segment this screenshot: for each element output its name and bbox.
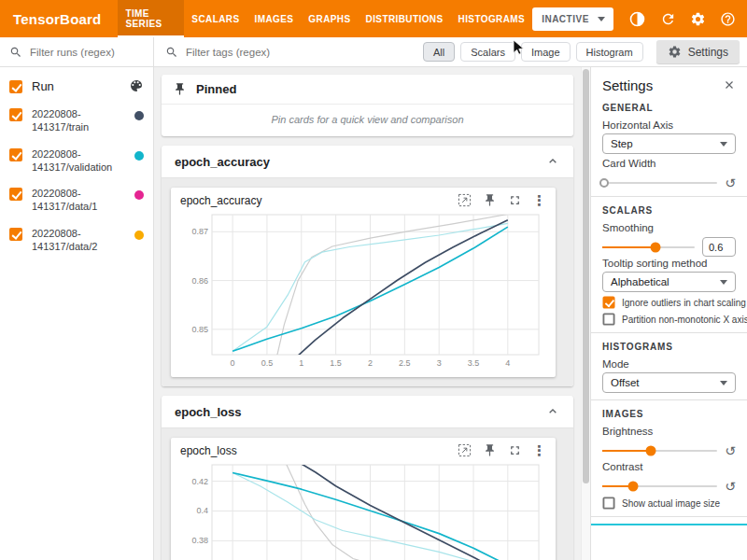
- pinned-empty-hint: Pin cards for a quick view and compariso…: [162, 105, 573, 136]
- run-color-dot[interactable]: [134, 111, 144, 120]
- filter-tags-input[interactable]: [186, 47, 307, 58]
- search-icon: [9, 46, 22, 59]
- card-width-slider[interactable]: [602, 182, 717, 184]
- tab-time-series[interactable]: TIME SERIES: [118, 0, 184, 37]
- refresh-icon[interactable]: [656, 7, 679, 31]
- pin-card-icon[interactable]: [483, 443, 497, 457]
- chevron-up-icon[interactable]: [545, 154, 560, 169]
- show-actual-size-checkbox[interactable]: [602, 497, 614, 509]
- data-status-select[interactable]: INACTIVE: [532, 7, 613, 31]
- chart-card-epoch-accuracy: epoch_accuracy: [171, 188, 556, 377]
- svg-text:0.86: 0.86: [191, 276, 208, 286]
- run-checkbox[interactable]: [9, 148, 22, 161]
- section-body: epoch_loss: [162, 427, 573, 560]
- tab-graphs[interactable]: GRAPHS: [301, 0, 358, 37]
- data-status-label: INACTIVE: [542, 14, 589, 24]
- run-checkbox[interactable]: [9, 108, 22, 121]
- palette-icon[interactable]: [129, 78, 144, 93]
- tab-images[interactable]: IMAGES: [247, 0, 302, 37]
- fullscreen-icon[interactable]: [508, 443, 522, 457]
- tooltip-sorting-select[interactable]: Alphabetical: [602, 272, 736, 292]
- slider-knob[interactable]: [628, 481, 639, 491]
- filter-chip-histogram[interactable]: Histogram: [576, 42, 643, 62]
- section-body: epoch_accuracy: [162, 177, 573, 386]
- svg-text:3: 3: [437, 358, 442, 368]
- run-checkbox[interactable]: [9, 188, 22, 201]
- more-options-icon[interactable]: ⋮: [532, 443, 546, 457]
- help-icon[interactable]: [717, 7, 740, 31]
- filter-chip-scalars[interactable]: Scalars: [460, 42, 515, 62]
- pin-card-icon[interactable]: [483, 193, 497, 207]
- tab-scalars[interactable]: SCALARS: [184, 0, 247, 37]
- run-label: 20220808-141317/train: [32, 107, 125, 134]
- partition-x-axis-checkbox[interactable]: [602, 313, 614, 325]
- more-options-icon[interactable]: ⋮: [532, 193, 546, 207]
- filter-chip-all[interactable]: All: [423, 42, 455, 62]
- fit-to-data-icon[interactable]: [458, 443, 472, 457]
- epoch-accuracy-chart[interactable]: 00.511.522.533.540.850.860.87: [180, 209, 546, 370]
- tab-distributions[interactable]: DISTRIBUTIONS: [359, 0, 451, 37]
- teal-divider: [591, 524, 747, 525]
- slider-knob[interactable]: [645, 445, 655, 455]
- horizontal-axis-select[interactable]: Step: [602, 133, 736, 154]
- run-color-dot[interactable]: [134, 190, 144, 200]
- svg-text:4: 4: [505, 358, 510, 368]
- partition-x-axis-row[interactable]: Partition non-monotonic X axis i: [602, 313, 736, 326]
- run-checkbox[interactable]: [9, 228, 22, 241]
- divider: [591, 399, 747, 400]
- tag-filter-toolbar: All Scalars Image Histogram Settings: [154, 37, 747, 67]
- chevron-down-icon: [720, 280, 727, 285]
- ignore-outliers-row[interactable]: Ignore outliers in chart scaling: [602, 296, 736, 309]
- run-color-dot[interactable]: [134, 151, 144, 161]
- smoothing-slider-row: 0.6: [602, 240, 736, 254]
- smoothing-slider[interactable]: [602, 246, 695, 248]
- run-row-data-2[interactable]: 20220808-141317/data/2: [0, 220, 153, 260]
- app-logo[interactable]: TensorBoard: [0, 0, 118, 37]
- card-width-slider-row: ↺: [602, 175, 736, 189]
- filter-chip-image[interactable]: Image: [521, 42, 571, 62]
- section-header-epoch-loss[interactable]: epoch_loss: [162, 396, 573, 427]
- brightness-slider[interactable]: [602, 450, 717, 452]
- svg-text:0.5: 0.5: [261, 358, 274, 368]
- settings-button[interactable]: Settings: [656, 40, 740, 63]
- smoothing-value-input[interactable]: 0.6: [702, 237, 736, 257]
- body-row: Run 20220808-141317/train 20220808-14131…: [0, 37, 747, 560]
- slider-knob[interactable]: [651, 242, 661, 252]
- reset-icon[interactable]: ↺: [725, 480, 736, 493]
- contrast-slider[interactable]: [602, 485, 717, 487]
- ignore-outliers-checkbox[interactable]: [602, 296, 614, 308]
- divider: [591, 196, 747, 197]
- filter-runs-input[interactable]: [30, 47, 144, 58]
- select-all-runs-checkbox[interactable]: [9, 80, 22, 93]
- run-row-validation[interactable]: 20220808-141317/validation: [0, 141, 153, 181]
- search-icon: [165, 46, 178, 59]
- reset-icon[interactable]: ↺: [725, 176, 736, 189]
- filter-runs-box[interactable]: [0, 37, 153, 67]
- run-label: 20220808-141317/data/1: [32, 187, 125, 214]
- run-color-dot[interactable]: [134, 231, 144, 240]
- pinned-header: Pinned: [162, 75, 573, 105]
- theme-toggle-icon[interactable]: [627, 7, 649, 31]
- scrollbar-thumb[interactable]: [583, 69, 589, 483]
- reset-icon[interactable]: ↺: [725, 444, 736, 457]
- slider-knob[interactable]: [599, 178, 609, 188]
- fit-to-data-icon[interactable]: [458, 193, 472, 207]
- vertical-scrollbar[interactable]: [581, 67, 590, 560]
- histogram-mode-select[interactable]: Offset: [602, 372, 736, 393]
- run-row-train[interactable]: 20220808-141317/train: [0, 101, 153, 141]
- fullscreen-icon[interactable]: [508, 193, 522, 207]
- tab-histograms[interactable]: HISTOGRAMS: [451, 0, 533, 37]
- gear-icon[interactable]: [686, 7, 709, 31]
- run-label: 20220808-141317/data/2: [32, 227, 125, 254]
- runs-column-title: Run: [32, 79, 120, 93]
- chart-card-epoch-loss: epoch_loss: [171, 438, 556, 560]
- chevron-up-icon[interactable]: [545, 404, 560, 419]
- close-icon[interactable]: [723, 78, 736, 91]
- run-row-data-1[interactable]: 20220808-141317/data/1: [0, 180, 153, 220]
- content-row: Pinned Pin cards for a quick view and co…: [154, 67, 747, 560]
- epoch-loss-chart[interactable]: 00.511.522.533.540.360.380.40.42: [180, 459, 546, 560]
- section-header-epoch-accuracy[interactable]: epoch_accuracy: [162, 146, 573, 177]
- chart-card-header: epoch_accuracy: [180, 193, 546, 207]
- cards-scroll-area: Pinned Pin cards for a quick view and co…: [154, 67, 581, 560]
- show-actual-size-row[interactable]: Show actual image size: [602, 497, 736, 510]
